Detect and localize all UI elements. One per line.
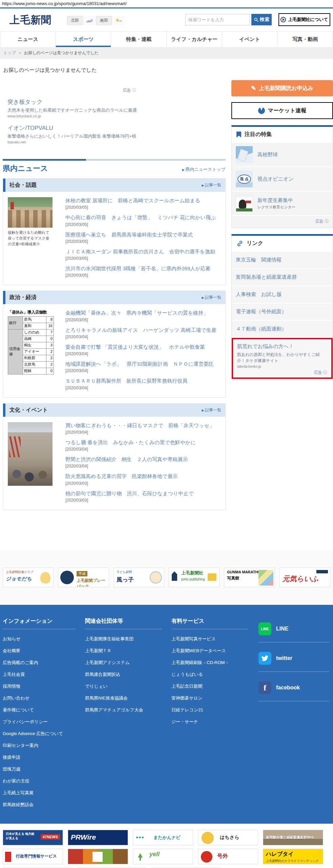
breadcrumb-home-link[interactable]: トップ [3,50,16,55]
footer-link[interactable]: 上毛新聞WEBデータベース [171,648,258,654]
ad-url-link[interactable]: www.tokyotack.co.jp [7,114,138,118]
bottom-banner-ippin[interactable] [68,849,128,864]
featured-link[interactable]: 視点オピニオン [257,176,294,182]
bottom-banner-prwire[interactable]: PRWire [68,830,128,845]
subscribe-button[interactable]: ✎ 上毛新聞購読お申込み [231,80,333,96]
featured-thumbnail[interactable] [236,195,253,212]
featured-link[interactable]: 高校野球 [257,151,278,158]
sidebar-ad-label[interactable]: 広告 ⓘ [237,370,327,375]
social-link-facebook[interactable]: ffacebook [258,677,329,701]
bottom-banner-harebutai[interactable]: ハレブタイ上毛新聞社のクラウドファンディング [263,849,323,864]
article-headline-link[interactable]: 宴会自粛で打撃 「震災後より大変な状況」 ホテルや飲食業 [65,344,221,350]
sidebar-link[interactable]: 人事検索 お試し版 [232,285,333,303]
article-headline-link[interactable]: 買い物客にぎわうも・・・縁日もマスクで 前橋「弁天ワッセ」 [65,422,221,429]
footer-link[interactable]: 採用情報 [3,683,85,689]
sidebar-ad-title[interactable]: 肌荒れでお悩みの方へ！ [237,343,327,350]
bottom-banner-yell[interactable]: yell [133,849,193,864]
search-input[interactable] [185,14,250,25]
sidebar-link[interactable]: ４７動画（紙面連動） [232,320,333,337]
sidebar-link[interactable]: 電子速報（号外紙面） [232,303,333,320]
bottom-banner-gyosei[interactable]: 行政専門情報サービス [3,849,63,864]
featured-link[interactable]: 新年度生募集中 [257,197,295,204]
article-headline-link[interactable]: ＪＩＣＡ南スーダン 前事務所長の吉川さん 合宿中の選手を激励 [65,248,221,255]
nav-tab-スポーツ[interactable]: スポーツ [56,32,111,47]
footer-link[interactable]: 会社概要 [3,648,85,654]
sidebar-link[interactable]: 東京五輪 関連情報 [232,251,333,268]
kennai-top-link[interactable]: 県内ニューストップ [182,166,226,173]
article-headline-link[interactable]: 桃の節句で園児に贈り物 渋川、石段ひなまつり中止で [65,490,221,497]
partner-banner-kazekko[interactable]: 子ども新聞風っ子 [113,568,164,587]
footer-link[interactable]: 上毛新聞厚生福祉事業団 [85,636,171,642]
article-headline-link[interactable]: ＳＵＢＡＲＵ群馬製作所 新所長に荻野常務執行役員 [65,378,221,384]
address-bar[interactable]: https://www.jomo-news.co.jp/sports/gunma… [0,0,333,7]
article-headline-link[interactable]: 野間と渋沢の関係紹介 桐生 ２人の写真や寄稿展示 [65,456,221,463]
featured-item[interactable]: 視点オピニオン [232,166,333,191]
ad-url-link[interactable]: topvalu.net [7,140,138,144]
nav-tab-特集・連載[interactable]: 特集・連載 [111,32,167,47]
sidebar-link[interactable]: 富岡製糸場と絹産業遺産群 [232,268,333,285]
footer-link[interactable]: 著作権について [3,707,85,713]
footer-link[interactable]: 上毛新聞アドシステム [85,660,171,666]
social-link-twitter[interactable]: twitter [258,647,329,672]
ad-title-link[interactable]: イオン/TOPVALU [7,124,138,132]
site-logo[interactable]: 上毛新聞 [9,13,51,27]
footer-link[interactable]: 上毛紙上写真展 [3,790,85,796]
partner-banner-publishing[interactable]: 上毛新聞社jomo publishing [169,568,220,587]
article-headline-link[interactable]: 休校の教室 居場所に 前橋と高崎でスクールホーム始まる [65,197,221,204]
sidebar-ad-url[interactable]: takeda-kenko.jp [237,365,327,368]
nav-tab-イベント[interactable]: イベント [222,32,278,47]
footer-link[interactable]: でりじぇい [85,683,171,689]
featured-item[interactable]: 高校野球 [232,142,333,166]
article-headline-link[interactable]: 医療現場へ巣立ち 群馬県高等歯科衛生士学院で卒業式 [65,231,221,238]
bottom-banner-gogai[interactable]: 号外 [198,849,258,864]
footer-link[interactable]: お問い合わせ [3,695,85,701]
nav-tab-ライフ・カルチャー[interactable]: ライフ・カルチャー [167,32,222,47]
article-headline-link[interactable]: 中心街に春の羽音 きょうは「啓蟄」 ミツバチ 花に向かい飛ぶ [65,214,221,221]
ad-title-link[interactable]: 突き板タック [7,98,138,106]
footer-link[interactable]: 印刷センター案内 [3,743,85,749]
article-photo-thumbnail[interactable] [8,197,53,228]
partner-banner-marathon[interactable]: GUNMA MARATHON写真館 [224,568,275,587]
footer-link[interactable]: お知らせ [3,636,85,642]
footer-link[interactable]: Google Adsence 広告について [3,731,85,737]
nav-tab-ニュース[interactable]: ニュース [0,32,56,47]
article-list-link[interactable]: 記事一覧 [202,182,221,188]
featured-item[interactable]: 新年度生募集中レクサス教育センター [232,191,333,215]
footer-link[interactable]: 雷神囲碁サロン [171,695,258,701]
footer-link[interactable]: ジー・サーチ [171,719,258,725]
footer-link[interactable]: プライバシーポリシー [3,719,85,725]
bottom-banner-hachisara[interactable]: はちさら [198,830,258,845]
search-button[interactable]: 検索 [251,14,272,25]
article-list-link[interactable]: 記事一覧 [202,295,221,300]
article-list-link[interactable]: 記事一覧 [202,407,221,413]
featured-ad-label[interactable]: 広告 ⓘ [232,215,333,228]
bottom-banner-tomioka[interactable]: 富岡製糸場と絹産業遺産群Web [263,830,323,845]
footer-link[interactable]: 団塊万歳 [3,766,85,772]
article-photo-thumbnail[interactable] [8,422,53,486]
footer-link[interactable]: 上毛新聞縮刷版－CD-ROM－ [171,660,258,666]
nav-tab-写真・動画[interactable]: 写真・動画 [277,32,333,47]
article-headline-link[interactable]: 渋川市の氷河期世代採用 3職種「若干名」に県内外269人が応募 [65,265,221,272]
footer-link[interactable]: 日経テレコン21 [171,707,258,713]
partner-banner-genki[interactable]: 元気らいふ [279,568,330,587]
footer-link[interactable]: じょうもばいる [171,671,258,678]
footer-link[interactable]: 群馬政経懇話会 [3,802,85,808]
footer-link[interactable]: 上毛記念日新聞 [171,683,258,689]
footer-link[interactable]: 上毛新聞ＴＲ [85,648,171,654]
about-company-button[interactable]: 上毛新聞社について [278,13,330,26]
ad-choices-label[interactable]: 広告 ⓘ [3,88,138,93]
article-headline-link[interactable]: とろりキャラメルの新味アイス ハーゲンダッツ 高崎工場で生産 [65,327,221,334]
footer-link[interactable]: 上毛社会賞 [3,671,85,678]
featured-thumbnail[interactable] [236,146,253,163]
bottom-banner-news47[interactable]: 日本が見える 地方紙が見える47NEWS [3,830,63,845]
footer-link[interactable]: 広告掲載のご案内 [3,660,85,666]
bottom-banner-matakan[interactable]: またかんナビ [133,830,193,845]
article-headline-link[interactable]: 地域課題解決へ「ラボ」 県庁32階刷新計画 ＮＰＯに運営委託 [65,361,221,367]
footer-link[interactable]: 後援申請 [3,754,85,760]
article-headline-link[interactable]: つるし雛 春を演出 みなかみ・たくみの里で色鮮やかに [65,439,221,446]
footer-link[interactable]: わが家の主役 [3,778,85,784]
market-report-button[interactable]: マーケット速報 [231,102,333,119]
footer-link[interactable]: 上毛新聞写真サービス [171,636,258,642]
footer-link[interactable]: 群馬県NIE推進協議会 [85,695,171,701]
footer-link[interactable]: 群馬連合新聞折込 [85,671,171,678]
